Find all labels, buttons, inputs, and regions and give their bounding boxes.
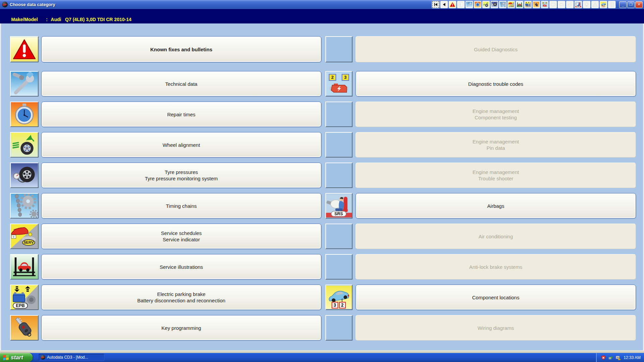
guided-diagnostics-icon — [458, 2, 464, 7]
toolbar-engine-pin-data-button — [557, 1, 566, 8]
anti-lock-brakes-icon — [592, 2, 598, 7]
category-service-schedules[interactable]: Service schedules Service indicator — [41, 224, 321, 249]
category-row: Timing chainsSRSAirbags — [10, 193, 634, 219]
category-airbags[interactable]: Airbags — [356, 193, 636, 219]
dtc-icon-tile[interactable]: 23 — [325, 71, 353, 97]
back-icon — [441, 2, 447, 7]
taskbar: start Autodata CD3 - [Mod... VM12:33 AM — [0, 353, 644, 362]
close-button[interactable]: ✕ — [635, 1, 643, 8]
empty-icon-tile — [325, 132, 353, 158]
key-icon-tile[interactable] — [10, 315, 39, 341]
category-guided-diagnostics: Guided Diagnostics — [356, 36, 636, 62]
toolbar-key-programming-button[interactable] — [532, 1, 540, 8]
empty-icon-tile — [325, 163, 353, 188]
update-tray-icon[interactable] — [608, 355, 613, 360]
wrench-icon-tile[interactable] — [10, 71, 39, 97]
vm-warning-tray-icon[interactable]: VM — [615, 355, 621, 360]
make-model-label: Make/Model — [11, 16, 46, 23]
engine-trouble-shooter-icon: ? — [567, 2, 573, 7]
service-icon-tile[interactable]: 0SERV — [10, 224, 39, 249]
category-component-locations[interactable]: Component locations — [356, 285, 636, 310]
svg-text:3: 3 — [546, 2, 547, 4]
title-bar: Choose data category 0SERVEPB23?SRS32 _❐… — [0, 0, 644, 9]
window-title: Choose data category — [10, 2, 55, 7]
minimize-button[interactable]: _ — [619, 1, 627, 8]
category-anti-lock-brake-systems: Anti-lock brake systems — [356, 254, 636, 280]
category-row: Repair timesEngine management Component … — [10, 102, 634, 127]
wheel-icon-tile[interactable] — [10, 132, 39, 158]
toolbar-service-illustrations-button[interactable] — [516, 1, 524, 8]
category-row: Known fixes and bulletinsGuided Diagnost… — [10, 36, 634, 62]
category-tyre-pressures[interactable]: Tyre pressures Tyre pressure monitoring … — [41, 163, 321, 188]
taskbar-task-autodata[interactable]: Autodata CD3 - [Mod... — [39, 354, 104, 361]
clock-icon-tile[interactable] — [10, 102, 39, 127]
toolbar-timing-chains-button[interactable] — [499, 1, 507, 8]
app-window: Choose data category 0SERVEPB23?SRS32 _❐… — [0, 0, 644, 362]
tyre-icon-tile[interactable] — [10, 163, 39, 188]
category-row: Key programmingWiring diagrams — [10, 315, 634, 341]
toolbar-back-button[interactable] — [440, 1, 448, 8]
toolbar-known-fixes-button[interactable] — [448, 1, 457, 8]
svg-text:SERV: SERV — [511, 6, 513, 7]
svg-text:EPB: EPB — [526, 6, 528, 7]
app-logo-icon — [2, 2, 8, 7]
toolbar-electric-parking-brake-button[interactable]: EPB — [524, 1, 532, 8]
empty-icon-tile — [325, 254, 353, 280]
toolbar-engine-trouble-shooter-button: ? — [566, 1, 574, 8]
category-row: Service illustrationsAnti-lock brake sys… — [10, 254, 634, 280]
wheel-alignment-icon — [483, 2, 489, 7]
epb-icon-tile[interactable]: EPB — [10, 285, 39, 310]
svg-text:SRS: SRS — [577, 6, 579, 7]
category-engine-management: Engine management Component testing — [356, 102, 636, 127]
toolbar-wheel-alignment-button[interactable] — [482, 1, 490, 8]
category-row: Tyre pressures Tyre pressure monitoring … — [10, 163, 634, 188]
vehicle-header: Make/Model:Audi Q7 (4LB) 3,0D TDI CR 201… — [0, 9, 644, 23]
category-engine-management: Engine management Trouble shooter — [356, 163, 636, 188]
toolbar-tyre-pressures-button[interactable] — [490, 1, 498, 8]
start-label: start — [11, 354, 23, 361]
svg-text:3: 3 — [344, 75, 346, 80]
category-electric-parking-brake[interactable]: Electric parking brake Battery disconnec… — [41, 285, 321, 310]
security-alert-shield-icon[interactable] — [601, 355, 606, 360]
category-technical-data[interactable]: Technical data — [41, 71, 321, 97]
category-service-illustrations[interactable]: Service illustrations — [41, 254, 321, 280]
srs-icon-tile[interactable]: SRS — [325, 193, 353, 219]
category-timing-chains[interactable]: Timing chains — [41, 193, 321, 219]
toolbar-airbags-button[interactable]: SRS — [574, 1, 582, 8]
toolbar-diagnostic-trouble-codes-button[interactable]: 23 — [541, 1, 549, 8]
category-grid: Known fixes and bulletinsGuided Diagnost… — [0, 23, 644, 350]
timing-icon-tile[interactable] — [10, 193, 39, 219]
toolbar-technical-data-button[interactable] — [465, 1, 473, 8]
engine-component-testing-icon — [550, 2, 556, 7]
category-key-programming[interactable]: Key programming — [41, 315, 321, 341]
service-illustrations-icon — [517, 2, 523, 7]
toolbar-first-page-button[interactable] — [432, 1, 440, 8]
category-air-conditioning: Air conditioning — [356, 224, 636, 249]
category-known-fixes-and-bulletins[interactable]: Known fixes and bulletins — [41, 36, 321, 62]
toolbar-service-schedules-button[interactable]: 0SERV — [507, 1, 515, 8]
clock: 12:33 AM — [624, 355, 641, 360]
wiring-diagrams-icon — [609, 2, 615, 7]
toolbar-guided-diagnostics-button — [457, 1, 465, 8]
toolbar-repair-times-button[interactable] — [474, 1, 482, 8]
restore-button[interactable]: ❐ — [627, 1, 635, 8]
svg-text:VM: VM — [617, 356, 619, 358]
air-conditioning-icon — [584, 2, 590, 7]
toolbar: 0SERVEPB23?SRS32 — [432, 1, 616, 8]
category-diagnostic-trouble-codes[interactable]: Diagnostic trouble codes — [356, 71, 636, 97]
svg-text:2: 2 — [604, 6, 604, 7]
component-locations-icon: 32 — [600, 2, 606, 7]
lift-icon-tile[interactable] — [10, 254, 39, 280]
comploc-icon-tile[interactable]: 32 — [325, 285, 353, 310]
svg-text:0: 0 — [508, 4, 509, 5]
toolbar-wiring-diagrams-button — [608, 1, 616, 8]
warning-icon-tile[interactable] — [10, 36, 39, 62]
svg-text:2: 2 — [341, 302, 344, 308]
empty-icon-tile — [325, 36, 353, 62]
colon: : — [46, 16, 51, 23]
category-row: Technical data23Diagnostic trouble codes — [10, 71, 634, 97]
start-button[interactable]: start — [0, 353, 33, 362]
category-wheel-alignment[interactable]: Wheel alignment — [41, 132, 321, 158]
category-repair-times[interactable]: Repair times — [41, 102, 321, 127]
toolbar-component-locations-button[interactable]: 32 — [599, 1, 607, 8]
